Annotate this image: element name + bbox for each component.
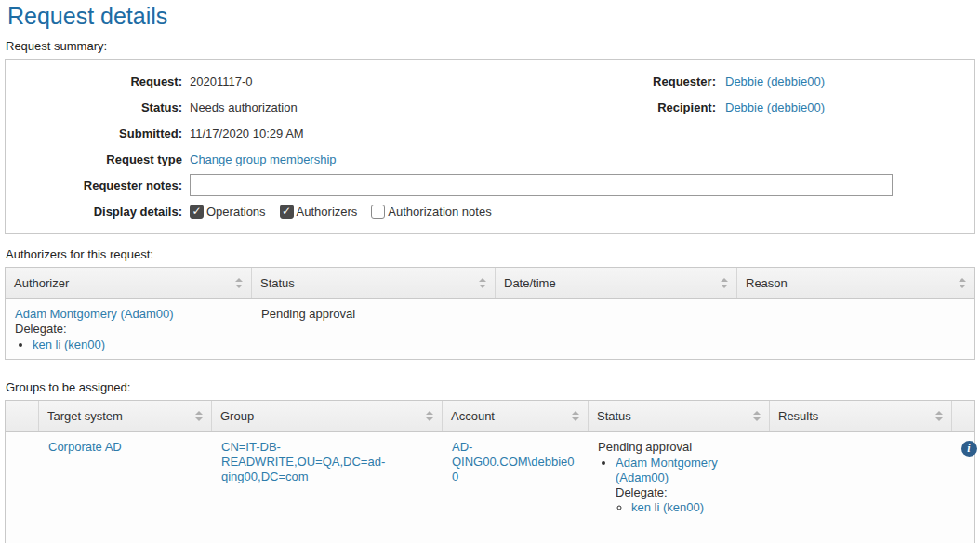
- column-header-results[interactable]: Results: [770, 401, 952, 431]
- request-row: Request: 20201117-0: [6, 68, 974, 94]
- authorizers-table: Authorizer Status Date/time Reason Adam …: [5, 267, 975, 360]
- submitted-label: Submitted:: [6, 126, 182, 140]
- sort-icon[interactable]: [753, 411, 761, 421]
- sort-icon[interactable]: [426, 411, 433, 421]
- delegate-link[interactable]: ken li (ken00): [33, 338, 105, 351]
- sort-icon[interactable]: [479, 278, 486, 288]
- authorizer-reason-cell: [737, 299, 974, 359]
- column-header-status[interactable]: Status: [252, 268, 496, 298]
- delegate-sublist: ken li (ken00): [616, 500, 761, 515]
- request-details-page: Request details Request summary: Request…: [0, 0, 980, 543]
- requester-label: Requester:: [612, 74, 716, 88]
- request-value: 20201117-0: [190, 74, 252, 88]
- sort-icon[interactable]: [572, 411, 579, 421]
- groups-table-header: Target system Group Account Status Resul…: [6, 401, 974, 432]
- account-cell: AD-QING00.COM\debbie00: [443, 432, 589, 543]
- display-details-label: Display details:: [6, 205, 182, 219]
- authorizer-table-row: Adam Montgomery (Adam00) Delegate: ken l…: [6, 299, 974, 359]
- authorizer-datetime-cell: [496, 299, 737, 359]
- column-header-authorizer[interactable]: Authorizer: [6, 268, 252, 298]
- column-header-reason[interactable]: Reason: [737, 268, 974, 298]
- authorization-notes-checkbox-icon[interactable]: [371, 205, 385, 219]
- summary-right-fields: Requester: Debbie (debbie00) Recipient: …: [612, 68, 825, 120]
- target-system-link[interactable]: Corporate AD: [48, 440, 122, 454]
- target-system-cell: Corporate AD: [39, 432, 212, 543]
- authorizer-cell: Adam Montgomery (Adam00) Delegate: ken l…: [6, 299, 252, 359]
- requester-notes-input[interactable]: [190, 174, 893, 196]
- authorizer-link[interactable]: Adam Montgomery (Adam00): [15, 307, 174, 321]
- sort-icon[interactable]: [959, 278, 966, 288]
- account-link[interactable]: AD-QING00.COM\debbie00: [452, 440, 575, 483]
- column-header-select: [6, 401, 39, 431]
- delegate-label: Delegate:: [15, 322, 243, 337]
- recipient-row: Recipient: Debbie (debbie00): [612, 94, 825, 120]
- requester-row: Requester: Debbie (debbie00): [612, 68, 825, 94]
- authorizers-checkbox-label: Authorizers: [297, 205, 358, 219]
- info-icon[interactable]: i: [961, 441, 977, 457]
- requester-notes-row: Requester notes:: [6, 172, 974, 198]
- group-dn-link[interactable]: CN=IT-DB-READWRITE,OU=QA,DC=ad-qing00,DC…: [221, 440, 385, 483]
- operations-checkbox[interactable]: Operations: [190, 205, 266, 219]
- submitted-value: 11/17/2020 10:29 AM: [190, 126, 304, 140]
- authorizers-table-header: Authorizer Status Date/time Reason: [6, 268, 974, 299]
- display-details-checkbox-group: Operations Authorizers Authorization not…: [190, 205, 492, 219]
- requester-notes-label: Requester notes:: [6, 179, 182, 192]
- column-header-group-status[interactable]: Status: [589, 401, 770, 431]
- column-header-info: [952, 401, 974, 431]
- delegate-label: Delegate:: [616, 485, 761, 500]
- row-info-cell: i: [952, 432, 980, 543]
- group-status-text: Pending approval: [598, 440, 761, 455]
- authorization-notes-checkbox-label: Authorization notes: [388, 205, 491, 219]
- status-row: Status: Needs authorization: [6, 94, 974, 120]
- groups-table: Target system Group Account Status Resul…: [5, 400, 975, 543]
- authorizers-section-label: Authorizers for this request:: [6, 247, 975, 261]
- group-cell: CN=IT-DB-READWRITE,OU=QA,DC=ad-qing00,DC…: [212, 432, 443, 543]
- requester-link[interactable]: Debbie (debbie00): [725, 74, 825, 88]
- approver-link[interactable]: Adam Montgomery (Adam00): [616, 456, 718, 484]
- operations-checkbox-icon[interactable]: [190, 205, 204, 219]
- submitted-row: Submitted: 11/17/2020 10:29 AM: [6, 120, 974, 146]
- request-summary-label: Request summary:: [6, 39, 975, 53]
- authorization-notes-checkbox[interactable]: Authorization notes: [371, 205, 491, 219]
- page-title: Request details: [7, 2, 975, 30]
- recipient-label: Recipient:: [612, 100, 716, 114]
- approver-list-item: Adam Montgomery (Adam00) Delegate: ken l…: [616, 456, 761, 515]
- operations-checkbox-label: Operations: [206, 205, 266, 219]
- results-cell: [770, 432, 952, 543]
- column-header-datetime[interactable]: Date/time: [496, 268, 737, 298]
- group-status-cell: Pending approval Adam Montgomery (Adam00…: [589, 432, 770, 543]
- column-header-account[interactable]: Account: [443, 401, 589, 431]
- authorizer-status-cell: Pending approval: [252, 299, 496, 359]
- recipient-link[interactable]: Debbie (debbie00): [725, 100, 825, 114]
- sort-icon[interactable]: [235, 278, 243, 288]
- request-summary-box: Request: 20201117-0 Status: Needs author…: [5, 59, 975, 234]
- delegate-sublist-item: ken li (ken00): [631, 500, 761, 515]
- sort-icon[interactable]: [195, 411, 203, 421]
- request-type-link[interactable]: Change group membership: [190, 152, 337, 166]
- request-label: Request:: [6, 74, 182, 88]
- row-select-cell: [6, 432, 39, 543]
- sort-icon[interactable]: [721, 278, 728, 288]
- status-label: Status:: [6, 100, 182, 114]
- status-value: Needs authorization: [190, 100, 298, 114]
- approver-list: Adam Montgomery (Adam00) Delegate: ken l…: [598, 456, 761, 515]
- request-type-label: Request type: [6, 152, 182, 166]
- group-table-row: Corporate AD CN=IT-DB-READWRITE,OU=QA,DC…: [6, 432, 974, 543]
- delegate-link[interactable]: ken li (ken00): [631, 500, 704, 514]
- sort-icon[interactable]: [935, 411, 943, 421]
- request-type-row: Request type Change group membership: [6, 146, 974, 172]
- groups-section-label: Groups to be assigned:: [6, 380, 975, 394]
- authorizers-checkbox-icon[interactable]: [280, 205, 294, 219]
- column-header-target-system[interactable]: Target system: [39, 401, 212, 431]
- column-header-group[interactable]: Group: [212, 401, 443, 431]
- delegate-list-item: ken li (ken00): [33, 338, 243, 352]
- authorizers-checkbox[interactable]: Authorizers: [280, 205, 358, 219]
- display-details-row: Display details: Operations Authorizers …: [6, 198, 974, 224]
- delegate-list: ken li (ken00): [15, 338, 243, 352]
